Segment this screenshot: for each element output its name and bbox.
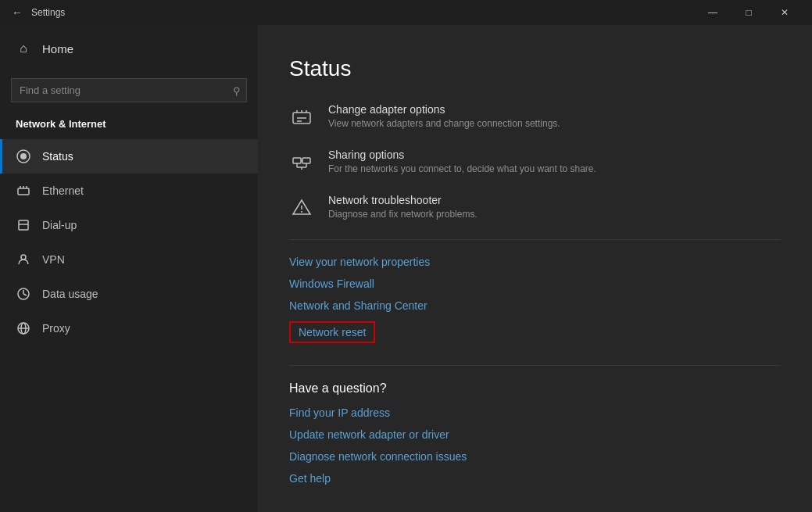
sharing-options-item[interactable]: Sharing options For the networks you con… [289,149,781,175]
home-icon: ⌂ [16,41,31,56]
content-area: Status Change adapter options View netwo… [258,25,812,512]
sidebar-item-dialup[interactable]: Dial-up [0,208,258,242]
sidebar-item-status[interactable]: Status [0,139,258,174]
network-troubleshooter-item[interactable]: Network troubleshooter Diagnose and fix … [289,194,781,220]
sharing-options-icon [289,150,314,175]
sidebar: ⌂ Home ⚲ Network & Internet Status [0,25,258,512]
section-title: Network & Internet [0,115,258,139]
minimize-button[interactable]: — [695,0,731,25]
svg-rect-2 [18,188,29,195]
svg-rect-18 [302,158,310,163]
window-title: Settings [31,7,695,18]
network-troubleshooter-desc: Diagnose and fix network problems. [328,209,478,220]
maximize-button[interactable]: □ [731,0,767,25]
search-input[interactable] [11,78,247,102]
close-button[interactable]: ✕ [767,0,803,25]
windows-firewall-link[interactable]: Windows Firewall [289,277,781,290]
window-controls: — □ ✕ [695,0,803,25]
divider-1 [289,239,781,240]
update-adapter-link[interactable]: Update network adapter or driver [289,428,781,441]
data-usage-icon [16,286,31,302]
sidebar-item-data-usage[interactable]: Data usage [0,277,258,311]
page-title: Status [289,56,781,81]
have-a-question-heading: Have a question? [289,381,781,396]
divider-2 [289,365,781,366]
sharing-options-title: Sharing options [328,149,596,161]
svg-point-1 [20,153,27,159]
titlebar: ← Settings — □ ✕ [0,0,812,25]
view-network-properties-link[interactable]: View your network properties [289,256,781,268]
vpn-icon [16,252,31,267]
svg-point-8 [21,255,26,260]
search-container: ⚲ [11,78,247,102]
back-button[interactable]: ← [9,5,25,20]
network-troubleshooter-icon [289,195,314,220]
svg-rect-6 [19,220,28,230]
main-container: ⌂ Home ⚲ Network & Internet Status [0,25,812,512]
network-sharing-center-link[interactable]: Network and Sharing Center [289,299,781,312]
sidebar-item-ethernet[interactable]: Ethernet [0,174,258,208]
change-adapter-icon [289,105,314,130]
sidebar-item-proxy[interactable]: Proxy [0,311,258,346]
get-help-link[interactable]: Get help [289,472,781,485]
proxy-icon [16,320,31,336]
network-troubleshooter-title: Network troubleshooter [328,194,478,206]
change-adapter-title: Change adapter options [328,103,560,116]
status-icon [16,149,31,164]
sidebar-item-vpn[interactable]: VPN [0,242,258,277]
svg-rect-17 [293,158,301,163]
svg-point-25 [301,211,302,213]
sidebar-home[interactable]: ⌂ Home [0,25,258,72]
dialup-icon [16,217,31,233]
search-icon: ⚲ [233,84,241,96]
change-adapter-item[interactable]: Change adapter options View network adap… [289,103,781,130]
network-reset-link[interactable]: Network reset [289,321,375,343]
sharing-options-desc: For the networks you connect to, decide … [328,163,596,174]
ethernet-icon [16,183,31,199]
diagnose-link[interactable]: Diagnose network connection issues [289,450,781,463]
change-adapter-desc: View network adapters and change connect… [328,118,560,129]
find-ip-link[interactable]: Find your IP address [289,406,781,419]
